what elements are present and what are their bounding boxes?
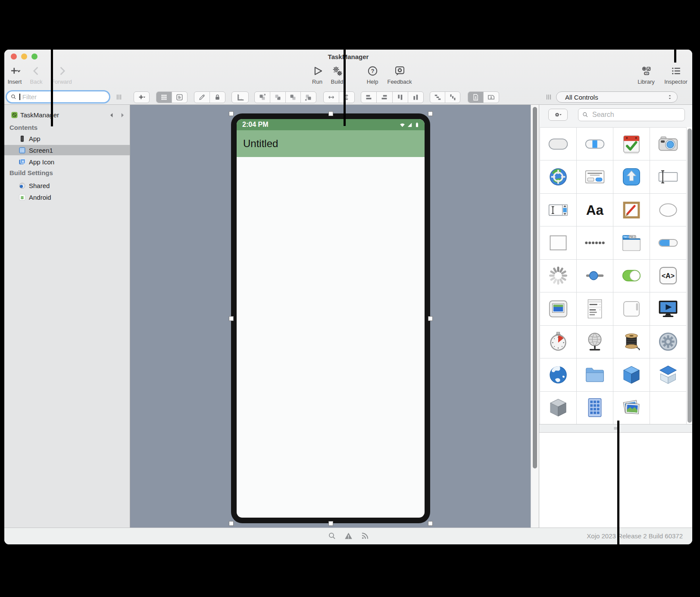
library-search-input[interactable] <box>591 110 681 119</box>
library-search-field[interactable] <box>578 108 685 121</box>
filter-text-input[interactable] <box>22 93 106 101</box>
editor-button-arrange-forward[interactable] <box>270 92 286 103</box>
library-control-slider[interactable] <box>577 260 613 292</box>
editor-button-match-height[interactable] <box>339 92 354 103</box>
editor-button-match-width[interactable] <box>324 92 339 103</box>
editor-button-space-vertical[interactable] <box>445 92 460 103</box>
navigator-item-android[interactable]: Android <box>4 192 130 202</box>
navigator-item-shared[interactable]: Shared <box>4 180 130 191</box>
selection-handle[interactable] <box>229 521 234 526</box>
library-control-sharing-panel[interactable] <box>613 160 650 193</box>
library-control-thread[interactable] <box>613 326 650 358</box>
navigator-item-app[interactable]: App <box>4 133 130 144</box>
lock-icon <box>213 93 222 101</box>
editor-button-lock[interactable] <box>210 92 225 103</box>
library-control-scrollable-area[interactable] <box>613 292 650 325</box>
statusbar-feed-icon[interactable] <box>360 531 369 540</box>
navigator-item-app-icon[interactable]: AApp Icon <box>4 157 130 167</box>
editor-button-add-control[interactable] <box>134 92 149 103</box>
library-control-popup-menu[interactable] <box>577 292 613 325</box>
library-control-web-browser[interactable] <box>540 358 577 391</box>
library-control-movie-player[interactable] <box>650 292 687 325</box>
library-control-object[interactable] <box>540 392 577 424</box>
editor-button-pencil[interactable] <box>194 92 210 103</box>
library-splitter[interactable] <box>539 424 692 433</box>
library-settings-button[interactable] <box>548 109 568 121</box>
editor-button-layout-list[interactable] <box>172 92 187 103</box>
library-control-canvas[interactable] <box>613 194 650 226</box>
phone-mockup[interactable]: 2:04 PM Untitled <box>231 113 430 523</box>
statusbar-search-icon[interactable] <box>328 531 337 540</box>
library-control-activity-indicator[interactable] <box>540 260 577 292</box>
library-control-tab-panel[interactable]: Tab 1Tab 2 <box>613 226 650 259</box>
selection-handle[interactable] <box>229 316 234 321</box>
library-scrollbar[interactable] <box>688 129 692 423</box>
library-control-data-grid[interactable] <box>577 392 613 424</box>
library-control-separator-dots[interactable] <box>577 226 613 259</box>
editor-button-landscape[interactable] <box>484 92 499 103</box>
library-control-picture[interactable] <box>613 392 650 424</box>
controls-filter-dropdown[interactable]: All Controls <box>556 91 678 103</box>
library-control-camera[interactable] <box>650 128 687 160</box>
library-grip-icon[interactable] <box>544 93 554 101</box>
library-control-message-dialog[interactable] <box>577 160 613 193</box>
app-device-icon <box>18 135 26 143</box>
navigator-grip-icon[interactable] <box>115 93 124 101</box>
library-control-module[interactable] <box>650 358 687 391</box>
library-control-timer[interactable] <box>540 326 577 358</box>
library-control-button[interactable] <box>540 128 577 160</box>
navigator-forward-button[interactable] <box>119 111 126 119</box>
library-control-url-connection[interactable] <box>577 326 613 358</box>
library-control-label[interactable]: Aa <box>577 194 613 226</box>
library-control-folder-item[interactable] <box>577 358 613 391</box>
library-control-html-viewer[interactable]: <A> <box>650 260 687 292</box>
library-control-scroll-bar[interactable] <box>650 226 687 259</box>
timer-icon <box>547 330 570 353</box>
editor-button-portrait[interactable] <box>468 92 484 103</box>
toolbar-button-inspector[interactable]: Inspector <box>657 65 692 85</box>
editor-button-arrange-back[interactable] <box>301 92 316 103</box>
navigator-back-button[interactable] <box>108 111 116 119</box>
toolbar-button-build[interactable]: Build <box>318 65 356 85</box>
scrollable-area-icon <box>620 297 643 320</box>
editor-button-align-top[interactable] <box>393 92 408 103</box>
selection-handle[interactable] <box>428 316 433 321</box>
library-control-text-field[interactable] <box>650 160 687 193</box>
library-control-oval[interactable] <box>650 194 687 226</box>
editor-button-align-right[interactable] <box>377 92 392 103</box>
web-browser-icon <box>547 363 570 386</box>
wifi-icon <box>399 122 406 128</box>
library-control-combo-box[interactable] <box>540 194 577 226</box>
library-control-switch[interactable] <box>613 260 650 292</box>
editor-button-grid-view[interactable] <box>156 92 172 103</box>
phone-screen[interactable]: 2:04 PM Untitled <box>237 119 425 518</box>
chevron-left-icon <box>31 65 42 77</box>
activity-indicator-icon <box>547 264 570 287</box>
library-control-system-settings[interactable] <box>650 326 687 358</box>
filter-input[interactable] <box>7 91 109 102</box>
phone-nav-bar: Untitled <box>237 130 425 157</box>
canvas-scrollbar[interactable] <box>533 107 537 468</box>
selection-handle[interactable] <box>428 111 433 116</box>
editor-button-align-left[interactable] <box>361 92 377 103</box>
editor-button-space-horizontal[interactable] <box>430 92 445 103</box>
statusbar-warning-icon[interactable] <box>344 531 353 540</box>
selection-handle[interactable] <box>328 521 333 526</box>
layout-canvas[interactable]: 2:04 PM Untitled <box>130 105 539 528</box>
library-control-class[interactable] <box>613 358 650 391</box>
library-control-rectangle[interactable] <box>540 226 577 259</box>
toolbar-button-forward[interactable]: Forward <box>43 65 81 85</box>
editor-button-arrange-backward[interactable] <box>286 92 301 103</box>
editor-button-align-bottom[interactable] <box>408 92 423 103</box>
library-control-image-viewer[interactable] <box>540 292 577 325</box>
selection-handle[interactable] <box>229 111 234 116</box>
selection-handle[interactable] <box>328 111 333 116</box>
library-control-location[interactable] <box>540 160 577 193</box>
toolbar-button-feedback[interactable]: Feedback <box>381 65 419 85</box>
editor-button-ruler[interactable] <box>232 92 248 103</box>
selection-handle[interactable] <box>428 521 433 526</box>
library-control-segmented-button[interactable] <box>577 128 613 160</box>
editor-button-arrange-front[interactable] <box>255 92 270 103</box>
navigator-item-screen1[interactable]: Screen1 <box>4 145 130 155</box>
library-control-date-picker[interactable] <box>613 128 650 160</box>
